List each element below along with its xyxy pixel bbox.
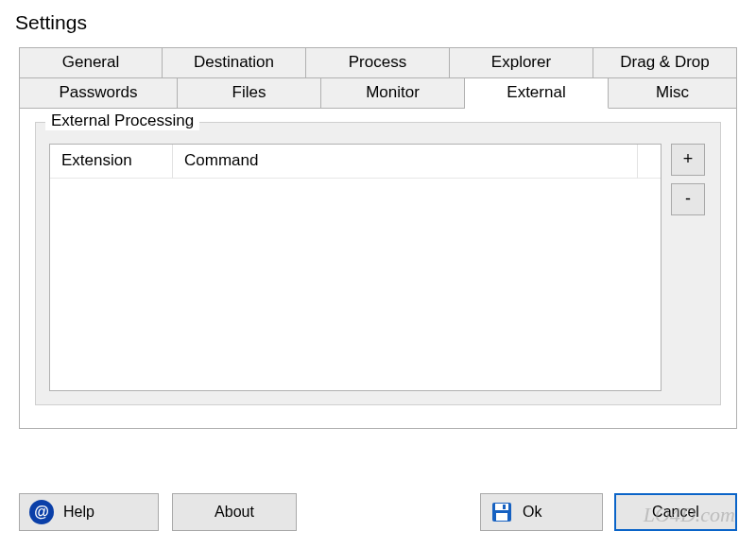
- svg-rect-1: [495, 504, 508, 510]
- groupbox-title: External Processing: [45, 111, 199, 130]
- ok-button[interactable]: Ok: [480, 493, 603, 531]
- svg-rect-3: [503, 505, 506, 509]
- cancel-button-label: Cancel: [652, 504, 699, 521]
- tab-control: General Destination Process Explorer Dra…: [19, 47, 737, 429]
- tab-panel-external: External Processing Extension Command + …: [19, 108, 737, 429]
- ok-button-label: Ok: [523, 504, 541, 521]
- about-button[interactable]: About: [172, 493, 297, 531]
- tab-row-top: General Destination Process Explorer Dra…: [19, 47, 737, 77]
- listview-header-row: Extension Command: [50, 145, 661, 179]
- dialog-footer: @ Help About Ok Cancel: [19, 493, 737, 531]
- column-header-command[interactable]: Command: [173, 145, 638, 179]
- svg-rect-2: [496, 513, 507, 521]
- list-side-buttons: + -: [671, 144, 707, 391]
- cancel-button[interactable]: Cancel: [614, 493, 737, 531]
- external-processing-group: External Processing Extension Command + …: [35, 122, 721, 405]
- column-header-spacer: [638, 145, 661, 179]
- settings-window: Settings General Destination Process Exp…: [0, 0, 756, 548]
- about-button-label: About: [215, 504, 254, 521]
- column-header-extension[interactable]: Extension: [50, 145, 173, 179]
- tab-drag-and-drop[interactable]: Drag & Drop: [593, 47, 737, 77]
- tab-misc[interactable]: Misc: [609, 77, 737, 109]
- help-button-label: Help: [63, 504, 94, 521]
- window-title: Settings: [0, 0, 756, 47]
- at-icon: @: [29, 500, 54, 524]
- tab-row-bottom: Passwords Files Monitor External Misc: [19, 77, 737, 109]
- tab-general[interactable]: General: [19, 47, 163, 77]
- tab-files[interactable]: Files: [178, 77, 321, 109]
- tab-destination[interactable]: Destination: [163, 47, 306, 77]
- list-area: Extension Command + -: [49, 144, 707, 391]
- tab-passwords[interactable]: Passwords: [19, 77, 178, 109]
- tab-process[interactable]: Process: [306, 47, 450, 77]
- add-button[interactable]: +: [671, 144, 705, 176]
- content-area: General Destination Process Explorer Dra…: [0, 47, 756, 429]
- tab-explorer[interactable]: Explorer: [450, 47, 593, 77]
- save-icon: [490, 501, 513, 523]
- remove-button[interactable]: -: [671, 183, 705, 215]
- help-button[interactable]: @ Help: [19, 493, 159, 531]
- external-listview[interactable]: Extension Command: [49, 144, 662, 391]
- tab-external[interactable]: External: [465, 77, 609, 109]
- tab-monitor[interactable]: Monitor: [321, 77, 465, 109]
